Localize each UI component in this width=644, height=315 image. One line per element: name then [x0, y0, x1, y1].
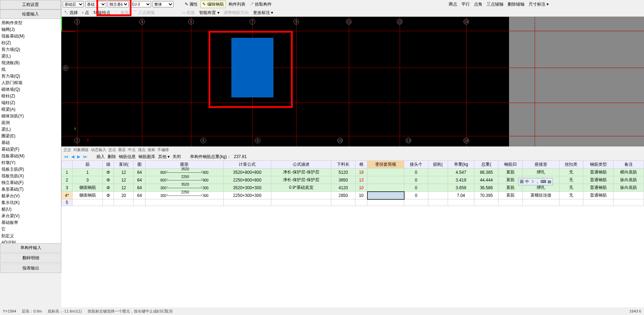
- cell-desc[interactable]: 0.9*基础底宽: [271, 184, 331, 192]
- tree-item[interactable]: 独立基础(F): [1, 179, 60, 186]
- btn-smart-layout[interactable]: 智能布置 ▾: [198, 9, 221, 16]
- cell-bgt[interactable]: [367, 184, 404, 192]
- cell-type[interactable]: 普通钢筋: [583, 176, 614, 184]
- snap-opt[interactable]: 垂足: [118, 147, 126, 152]
- btn-change-annotation[interactable]: 更改标注 ▾: [252, 9, 274, 16]
- tree-item[interactable]: 刻定义: [1, 233, 60, 239]
- col-header[interactable]: 下料长: [331, 161, 355, 169]
- cell-type[interactable]: 普通钢筋: [583, 192, 614, 199]
- sel-mode[interactable]: 整体: [152, 1, 174, 7]
- tree-item[interactable]: 基础板带: [1, 219, 60, 226]
- tree-item[interactable]: 暗柱(Z): [1, 93, 60, 100]
- snap-opt[interactable]: 对象捕捉: [73, 147, 89, 152]
- col-header[interactable]: 总重(: [474, 161, 499, 169]
- tree-item[interactable]: 基础梁(F): [1, 146, 60, 153]
- btn-dimension[interactable]: 尺寸标注 ▾: [527, 1, 550, 8]
- col-header[interactable]: 钢筋类型: [583, 161, 614, 169]
- cell-jt[interactable]: 0: [404, 176, 428, 184]
- cell-tu[interactable]: 64: [134, 169, 145, 176]
- cell-gen[interactable]: 13: [355, 176, 367, 184]
- cell-lvl[interactable]: Φ: [103, 184, 114, 192]
- cell-gg[interactable]: 直筋: [499, 169, 522, 176]
- tree-item[interactable]: 现浇板(B): [1, 60, 60, 66]
- cell-jin[interactable]: 1: [72, 169, 103, 176]
- btn-parallel[interactable]: 平行: [460, 1, 471, 8]
- btn-point[interactable]: ▫ 点: [81, 9, 90, 16]
- row-header[interactable]: 1: [62, 169, 73, 176]
- btn-adjust-rebar-dir[interactable]: 调整钢筋方向: [222, 9, 250, 16]
- section-report-output[interactable]: 报表输出: [0, 263, 61, 273]
- snap-opt[interactable]: 不偏移: [157, 147, 169, 152]
- cell-bz[interactable]: [614, 192, 644, 199]
- ime-widget[interactable]: 圆 中 ☽ ， ⌨ ▤: [518, 178, 553, 185]
- cell-dw[interactable]: 3.419: [448, 176, 474, 184]
- tree-item[interactable]: 线: [1, 66, 60, 73]
- cell-dia[interactable]: 12: [114, 169, 134, 176]
- tree-item[interactable]: 筏板负筋(X): [1, 173, 60, 179]
- tree-item[interactable]: 人防门框墙: [1, 80, 60, 86]
- col-header[interactable]: 级: [103, 161, 114, 169]
- snap-opt[interactable]: 交点: [108, 147, 116, 152]
- member-tree[interactable]: 用构件类型 轴网(J) 筏板基础(M) 柱(Z) 剪力墙(Q) 梁(L) 现浇板…: [0, 19, 61, 247]
- tree-item[interactable]: 筏板基础(M): [1, 33, 60, 40]
- cell-bgt[interactable]: [367, 192, 404, 199]
- btn-arc[interactable]: ⌒ 三点画弧: [131, 9, 156, 16]
- tree-item[interactable]: 梁(L): [1, 53, 60, 60]
- cell-tu[interactable]: 64: [134, 192, 145, 199]
- tree-item[interactable]: 条形基础(T): [1, 186, 60, 193]
- cell-bgt[interactable]: [367, 176, 404, 184]
- rebar-table[interactable]: 筋级直径(图图形计算公式公式描述下料长根变径套简规接头个损耗(单重(kg总重(钢…: [61, 160, 644, 206]
- btn-member-list[interactable]: 构件列表: [227, 1, 247, 8]
- cell-sh[interactable]: [428, 169, 448, 176]
- col-header[interactable]: 单重(kg: [448, 161, 474, 169]
- row-header[interactable]: 3: [62, 184, 73, 192]
- btn-pick-member[interactable]: ↗ 拾取构件: [248, 1, 273, 8]
- btn-rebar-lib[interactable]: 钢筋图库: [138, 154, 155, 160]
- cell-desc[interactable]: 净长-保护层-保护层: [271, 169, 331, 176]
- btn-rotate-point[interactable]: ↻ 旋转点: [92, 9, 112, 16]
- btn-edit-rebar[interactable]: ✎ 编辑钢筋: [201, 1, 225, 8]
- cell-dia[interactable]: 12: [114, 184, 134, 192]
- col-header[interactable]: 筋: [72, 161, 103, 169]
- cell-gen[interactable]: 10: [355, 184, 367, 192]
- cell-cut[interactable]: 5120: [331, 169, 355, 176]
- cell-bz[interactable]: 纵向底筋: [614, 184, 644, 192]
- tree-item[interactable]: 柱墩(Y): [1, 159, 60, 166]
- col-header[interactable]: 图: [134, 161, 145, 169]
- tree-item[interactable]: 暗梁(A): [1, 106, 60, 113]
- canvas[interactable]: 245791112141526810131415B Y X: [61, 17, 644, 146]
- cell-zw[interactable]: 86.385: [474, 169, 499, 176]
- tree-item[interactable]: 桩(U): [1, 206, 60, 213]
- tree-item[interactable]: 圈梁(E): [1, 133, 60, 139]
- tree-item[interactable]: 面洞: [1, 119, 60, 126]
- col-header[interactable]: 变径套简规: [367, 161, 404, 169]
- cell-lvl[interactable]: Φ: [103, 169, 114, 176]
- tree-item[interactable]: 基础: [1, 139, 60, 146]
- cell-cut[interactable]: 3850: [331, 176, 355, 184]
- cell-formula[interactable]: 2250+300+300: [223, 192, 271, 199]
- cell-formula[interactable]: 3520+800+800: [223, 169, 271, 176]
- nav-last-icon[interactable]: ⏭: [83, 154, 87, 159]
- btn-two-point[interactable]: 两点: [447, 1, 459, 8]
- cell-lvl[interactable]: Φ: [103, 176, 114, 184]
- col-header[interactable]: 备注: [614, 161, 644, 169]
- cell-cut[interactable]: 2850: [331, 192, 355, 199]
- btn-line[interactable]: ╲ 直线: [113, 9, 130, 16]
- tree-item[interactable]: 剪力墙(Q): [1, 46, 60, 53]
- cell-jin[interactable]: 侧面钢筋: [72, 192, 103, 199]
- tree-item[interactable]: 轴网(J): [1, 26, 60, 33]
- sel-member[interactable]: DJ-3: [130, 1, 151, 7]
- tree-item[interactable]: 剪力墙(Q): [1, 73, 60, 80]
- cell-dj[interactable]: 直螺纹连接: [522, 192, 559, 199]
- cell-tu[interactable]: 64: [134, 176, 145, 184]
- btn-other[interactable]: 其他 ▾: [158, 154, 170, 160]
- col-header[interactable]: 直径(: [114, 161, 134, 169]
- btn-delete[interactable]: 删除: [108, 154, 116, 160]
- btn-rect[interactable]: ▭ 矩形: [180, 9, 196, 16]
- btn-three-point-axis[interactable]: 三点辅轴: [485, 1, 505, 8]
- tree-item[interactable]: 砌体加筋(Y): [1, 113, 60, 119]
- cell-jt[interactable]: 0: [404, 184, 428, 192]
- cell-dw[interactable]: 7.04: [448, 192, 474, 199]
- tree-item[interactable]: 集水坑(K): [1, 199, 60, 206]
- row-header[interactable]: 4*: [62, 192, 73, 199]
